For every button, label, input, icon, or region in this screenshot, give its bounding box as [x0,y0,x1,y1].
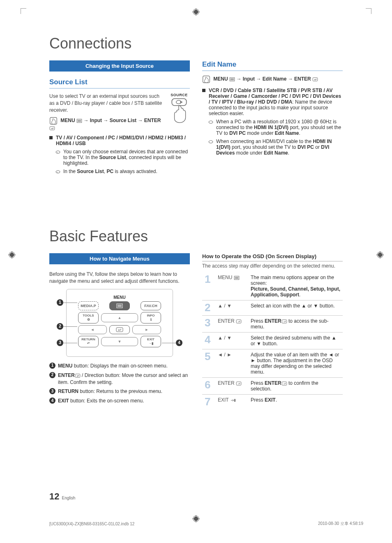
menu-icon [234,275,240,280]
svg-rect-33 [116,328,123,332]
enter-icon [75,372,81,378]
enter-icon [281,380,287,386]
registration-mark-icon [8,251,16,259]
exit-icon [230,397,236,403]
pill-how-to-navigate: How to Navigate Menus [49,253,190,264]
note-connected-inputs: You can only choose external devices tha… [49,149,190,166]
nav-intro: Before using the TV, follow the steps be… [49,271,190,285]
crop-mark-tr [366,8,371,14]
hand-press-icon [168,98,190,123]
svg-rect-42 [282,382,287,385]
remote-btn-enter [109,325,130,334]
heading-source-list: Source List [49,78,190,89]
remote-btn-up: ▲ [101,313,138,322]
menu-path-edit-name: MENU → Input → Edit Name → ENTER [202,75,343,83]
svg-rect-40 [282,320,287,323]
remote-btn-left: ◄ [78,325,107,334]
remote-btn-info: INFOℹ [141,312,161,323]
callout-3: 3 [57,340,63,346]
svg-rect-34 [75,374,80,377]
footer-date: 2010-08-30 오후 4:58:19 [318,521,363,527]
bullet-sources: TV / AV / Component / PC / HDMI1/DVI / H… [49,135,190,146]
section-title-basic-features: Basic Features [49,228,343,245]
svg-rect-22 [50,127,55,130]
menu-icon [229,76,235,82]
numbered-legend: 1MENU button: Displays the main on-scree… [49,363,190,404]
remote-diagram: 1 2 3 4 MENU MEDIA.P FAV.CH TOOLS⚙ [66,289,173,357]
callout-4: 4 [176,340,182,346]
footer-file: [UC6300(X4)-ZX]BN68-03165C-01L02.indb 12 [49,522,134,526]
enter-icon [236,318,242,324]
source-button-figure: SOURCE [168,93,190,125]
enter-icon [236,380,242,386]
svg-rect-17 [50,118,57,125]
remote-hand-icon [202,75,210,83]
osd-subtitle: The access step may differ depending on … [202,263,343,269]
osd-heading: How to Operate the OSD (On Screen Displa… [202,253,343,261]
note-pc-activated: In the Source List, PC is always activat… [49,169,190,176]
heading-edit-name: Edit Name [202,60,343,71]
remote-menu-label: MENU [78,295,161,300]
bullet-device-names: VCR / DVD / Cable STB / Satellite STB / … [202,88,343,116]
source-button-label: SOURCE [168,93,190,97]
callout-2: 2 [57,323,63,330]
menu-icon [76,118,82,124]
remote-btn-return: RETURN↶ [78,336,99,347]
crop-mark-tl [21,8,26,14]
table-row: 5 ◄ / ► Adjust the value of an item with… [202,349,343,378]
table-row: 7 EXIT Press EXIT. [202,395,343,410]
remote-btn-exit: EXIT→▮ [141,336,161,347]
section-title-connections: Connections [49,35,343,52]
remote-btn-right: ► [132,325,161,334]
enter-icon [49,125,55,131]
callout-1: 1 [57,299,63,306]
svg-rect-41 [236,382,241,385]
svg-rect-23 [203,76,210,83]
table-row: 3 ENTER Press ENTER to access the sub-me… [202,316,343,333]
registration-mark-icon [376,251,384,259]
table-row: 6 ENTER Press ENTER to confirm the selec… [202,378,343,395]
table-row: 1 MENU The main menu options appear on t… [202,272,343,300]
note-icon [55,149,61,166]
remote-hand-icon [49,117,58,125]
svg-rect-43 [234,399,235,402]
osd-table: 1 MENU The main menu options appear on t… [202,272,343,409]
remote-btn-down: ▼ [101,337,138,346]
page-number: 12English [49,491,75,502]
table-row: 2 ▲ / ▼ Select an icon with the ▲ or ▼ b… [202,300,343,316]
svg-rect-16 [172,99,186,106]
note-icon [55,169,61,176]
enter-icon [281,318,287,324]
note-dvi-devices: When connecting an HDMI/DVI cable to the… [202,139,343,156]
page-footer: [UC6300(X4)-ZX]BN68-03165C-01L02.indb 12… [49,521,363,527]
svg-rect-39 [236,320,241,323]
table-row: 4 ▲ / ▼ Select the desired submenu with … [202,333,343,349]
remote-btn-tools: TOOLS⚙ [78,312,99,323]
svg-rect-28 [313,78,318,81]
note-icon [208,119,214,136]
enter-icon [312,76,318,82]
registration-mark-icon [192,8,200,16]
note-dvi-pc: When a PC with a resolution of 1920 x 10… [202,119,343,136]
remote-btn-menu [109,301,130,310]
pill-changing-input-source: Changing the Input Source [49,60,190,72]
remote-btn-media-p: MEDIA.P [78,301,99,310]
note-icon [208,139,214,156]
remote-btn-favch: FAV.CH [141,301,161,310]
